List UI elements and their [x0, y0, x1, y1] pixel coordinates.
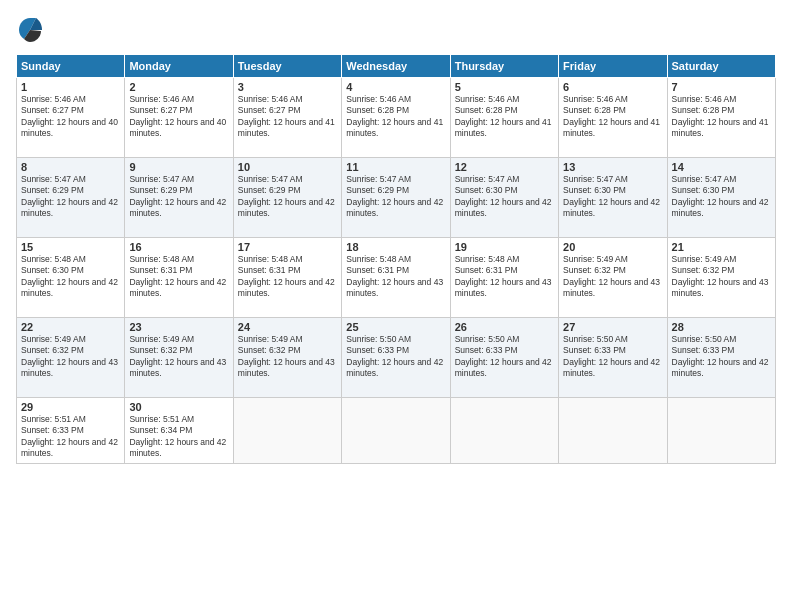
day-number: 9 [129, 161, 228, 173]
day-number: 8 [21, 161, 120, 173]
day-number: 10 [238, 161, 337, 173]
calendar-header-row: Sunday Monday Tuesday Wednesday Thursday… [17, 55, 776, 78]
calendar-cell: 14 Sunrise: 5:47 AM Sunset: 6:30 PM Dayl… [667, 158, 775, 238]
calendar-cell: 2 Sunrise: 5:46 AM Sunset: 6:27 PM Dayli… [125, 78, 233, 158]
day-info: Sunrise: 5:46 AM Sunset: 6:28 PM Dayligh… [455, 94, 554, 140]
calendar-cell: 20 Sunrise: 5:49 AM Sunset: 6:32 PM Dayl… [559, 238, 667, 318]
calendar-cell: 24 Sunrise: 5:49 AM Sunset: 6:32 PM Dayl… [233, 318, 341, 398]
calendar-cell: 1 Sunrise: 5:46 AM Sunset: 6:27 PM Dayli… [17, 78, 125, 158]
day-number: 29 [21, 401, 120, 413]
day-info: Sunrise: 5:49 AM Sunset: 6:32 PM Dayligh… [129, 334, 228, 380]
calendar-cell [233, 398, 341, 464]
day-number: 25 [346, 321, 445, 333]
day-number: 4 [346, 81, 445, 93]
day-info: Sunrise: 5:48 AM Sunset: 6:30 PM Dayligh… [21, 254, 120, 300]
day-number: 2 [129, 81, 228, 93]
calendar-cell: 18 Sunrise: 5:48 AM Sunset: 6:31 PM Dayl… [342, 238, 450, 318]
day-number: 13 [563, 161, 662, 173]
calendar-cell: 22 Sunrise: 5:49 AM Sunset: 6:32 PM Dayl… [17, 318, 125, 398]
calendar-cell: 30 Sunrise: 5:51 AM Sunset: 6:34 PM Dayl… [125, 398, 233, 464]
calendar-cell: 10 Sunrise: 5:47 AM Sunset: 6:29 PM Dayl… [233, 158, 341, 238]
col-wednesday: Wednesday [342, 55, 450, 78]
day-number: 3 [238, 81, 337, 93]
day-number: 26 [455, 321, 554, 333]
day-number: 17 [238, 241, 337, 253]
day-number: 19 [455, 241, 554, 253]
calendar-cell: 6 Sunrise: 5:46 AM Sunset: 6:28 PM Dayli… [559, 78, 667, 158]
day-info: Sunrise: 5:46 AM Sunset: 6:28 PM Dayligh… [563, 94, 662, 140]
calendar: Sunday Monday Tuesday Wednesday Thursday… [16, 54, 776, 464]
day-info: Sunrise: 5:46 AM Sunset: 6:27 PM Dayligh… [129, 94, 228, 140]
day-info: Sunrise: 5:47 AM Sunset: 6:29 PM Dayligh… [21, 174, 120, 220]
calendar-cell: 8 Sunrise: 5:47 AM Sunset: 6:29 PM Dayli… [17, 158, 125, 238]
calendar-cell: 5 Sunrise: 5:46 AM Sunset: 6:28 PM Dayli… [450, 78, 558, 158]
calendar-cell: 9 Sunrise: 5:47 AM Sunset: 6:29 PM Dayli… [125, 158, 233, 238]
calendar-cell: 11 Sunrise: 5:47 AM Sunset: 6:29 PM Dayl… [342, 158, 450, 238]
day-number: 6 [563, 81, 662, 93]
day-info: Sunrise: 5:47 AM Sunset: 6:30 PM Dayligh… [672, 174, 771, 220]
day-info: Sunrise: 5:49 AM Sunset: 6:32 PM Dayligh… [563, 254, 662, 300]
day-info: Sunrise: 5:51 AM Sunset: 6:33 PM Dayligh… [21, 414, 120, 460]
day-number: 12 [455, 161, 554, 173]
day-info: Sunrise: 5:46 AM Sunset: 6:27 PM Dayligh… [238, 94, 337, 140]
day-info: Sunrise: 5:49 AM Sunset: 6:32 PM Dayligh… [238, 334, 337, 380]
calendar-cell: 15 Sunrise: 5:48 AM Sunset: 6:30 PM Dayl… [17, 238, 125, 318]
day-number: 11 [346, 161, 445, 173]
day-number: 5 [455, 81, 554, 93]
logo [16, 16, 48, 44]
day-number: 22 [21, 321, 120, 333]
day-info: Sunrise: 5:51 AM Sunset: 6:34 PM Dayligh… [129, 414, 228, 460]
calendar-cell: 3 Sunrise: 5:46 AM Sunset: 6:27 PM Dayli… [233, 78, 341, 158]
day-info: Sunrise: 5:47 AM Sunset: 6:29 PM Dayligh… [346, 174, 445, 220]
day-number: 21 [672, 241, 771, 253]
day-info: Sunrise: 5:50 AM Sunset: 6:33 PM Dayligh… [672, 334, 771, 380]
calendar-cell: 4 Sunrise: 5:46 AM Sunset: 6:28 PM Dayli… [342, 78, 450, 158]
calendar-cell [450, 398, 558, 464]
day-info: Sunrise: 5:50 AM Sunset: 6:33 PM Dayligh… [563, 334, 662, 380]
calendar-cell: 28 Sunrise: 5:50 AM Sunset: 6:33 PM Dayl… [667, 318, 775, 398]
day-info: Sunrise: 5:49 AM Sunset: 6:32 PM Dayligh… [21, 334, 120, 380]
day-info: Sunrise: 5:47 AM Sunset: 6:29 PM Dayligh… [129, 174, 228, 220]
day-info: Sunrise: 5:46 AM Sunset: 6:28 PM Dayligh… [672, 94, 771, 140]
calendar-cell: 17 Sunrise: 5:48 AM Sunset: 6:31 PM Dayl… [233, 238, 341, 318]
col-saturday: Saturday [667, 55, 775, 78]
col-tuesday: Tuesday [233, 55, 341, 78]
day-number: 15 [21, 241, 120, 253]
calendar-cell: 23 Sunrise: 5:49 AM Sunset: 6:32 PM Dayl… [125, 318, 233, 398]
calendar-cell: 7 Sunrise: 5:46 AM Sunset: 6:28 PM Dayli… [667, 78, 775, 158]
col-thursday: Thursday [450, 55, 558, 78]
day-number: 20 [563, 241, 662, 253]
day-info: Sunrise: 5:48 AM Sunset: 6:31 PM Dayligh… [238, 254, 337, 300]
day-info: Sunrise: 5:47 AM Sunset: 6:30 PM Dayligh… [563, 174, 662, 220]
day-info: Sunrise: 5:50 AM Sunset: 6:33 PM Dayligh… [455, 334, 554, 380]
day-number: 24 [238, 321, 337, 333]
day-number: 28 [672, 321, 771, 333]
calendar-cell: 29 Sunrise: 5:51 AM Sunset: 6:33 PM Dayl… [17, 398, 125, 464]
col-sunday: Sunday [17, 55, 125, 78]
page: Sunday Monday Tuesday Wednesday Thursday… [0, 0, 792, 612]
calendar-cell: 19 Sunrise: 5:48 AM Sunset: 6:31 PM Dayl… [450, 238, 558, 318]
day-info: Sunrise: 5:47 AM Sunset: 6:30 PM Dayligh… [455, 174, 554, 220]
calendar-cell: 27 Sunrise: 5:50 AM Sunset: 6:33 PM Dayl… [559, 318, 667, 398]
calendar-cell [559, 398, 667, 464]
calendar-cell: 26 Sunrise: 5:50 AM Sunset: 6:33 PM Dayl… [450, 318, 558, 398]
header [16, 16, 776, 44]
day-info: Sunrise: 5:48 AM Sunset: 6:31 PM Dayligh… [455, 254, 554, 300]
day-info: Sunrise: 5:48 AM Sunset: 6:31 PM Dayligh… [129, 254, 228, 300]
day-number: 16 [129, 241, 228, 253]
calendar-cell: 12 Sunrise: 5:47 AM Sunset: 6:30 PM Dayl… [450, 158, 558, 238]
day-info: Sunrise: 5:48 AM Sunset: 6:31 PM Dayligh… [346, 254, 445, 300]
day-number: 27 [563, 321, 662, 333]
calendar-cell [342, 398, 450, 464]
col-monday: Monday [125, 55, 233, 78]
day-info: Sunrise: 5:46 AM Sunset: 6:27 PM Dayligh… [21, 94, 120, 140]
calendar-cell: 25 Sunrise: 5:50 AM Sunset: 6:33 PM Dayl… [342, 318, 450, 398]
day-info: Sunrise: 5:47 AM Sunset: 6:29 PM Dayligh… [238, 174, 337, 220]
day-info: Sunrise: 5:46 AM Sunset: 6:28 PM Dayligh… [346, 94, 445, 140]
day-info: Sunrise: 5:49 AM Sunset: 6:32 PM Dayligh… [672, 254, 771, 300]
col-friday: Friday [559, 55, 667, 78]
day-number: 7 [672, 81, 771, 93]
day-number: 14 [672, 161, 771, 173]
day-number: 18 [346, 241, 445, 253]
calendar-cell [667, 398, 775, 464]
